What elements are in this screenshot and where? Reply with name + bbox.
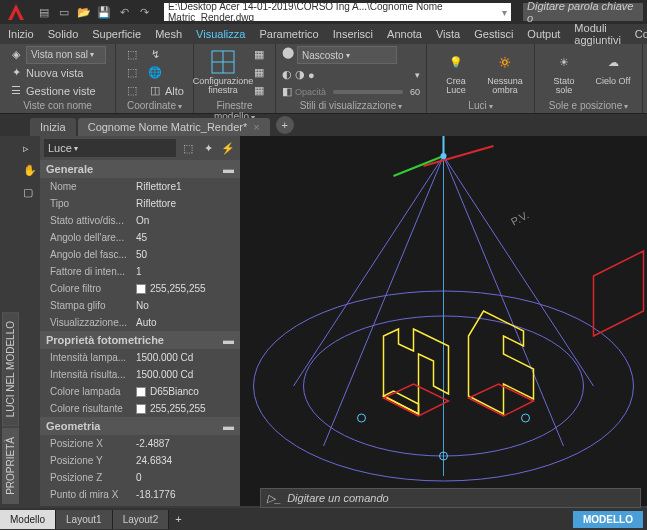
select-icon[interactable]: ✦	[200, 140, 216, 156]
menu-output[interactable]: Output	[527, 28, 560, 40]
app-logo[interactable]	[4, 0, 28, 24]
prop-section-header[interactable]: Proprietà fotometriche▬	[40, 331, 240, 349]
prop-row[interactable]: Punto di mira X-18.1776	[40, 486, 240, 503]
menu-solido[interactable]: Solido	[48, 28, 79, 40]
view-dropdown[interactable]: ◈Vista non sal	[6, 46, 109, 63]
redo-icon[interactable]: ↷	[136, 4, 152, 20]
new-view-button[interactable]: ✦Nuova vista	[6, 64, 109, 81]
viewport[interactable]: P.V.	[240, 136, 647, 506]
ucs-btn-5[interactable]: 🌐	[145, 64, 187, 81]
opacity-slider[interactable]	[333, 90, 403, 94]
ucs-btn-1[interactable]: ⬚	[122, 46, 142, 63]
manage-views-button[interactable]: ☰Gestione viste	[6, 82, 109, 99]
prop-row[interactable]: Posizione Z0	[40, 469, 240, 486]
globe-icon: 🌐	[148, 66, 162, 80]
config-window-button[interactable]: Configurazione finestra	[200, 46, 246, 97]
tab-model[interactable]: Modello	[0, 510, 56, 529]
svg-point-10	[358, 414, 366, 422]
prop-row[interactable]: Posizione X-2.4887	[40, 435, 240, 452]
prop-label: Posizione Y	[40, 455, 132, 466]
win-btn-2[interactable]: ▦	[249, 64, 269, 81]
top-button[interactable]: ◫Alto	[145, 82, 187, 99]
vtab-properties[interactable]: PROPRIETÀ	[2, 428, 19, 504]
prop-row[interactable]: NomeRiflettore1	[40, 178, 240, 195]
add-layout-button[interactable]: +	[169, 513, 187, 525]
ucs-btn-3[interactable]: ⬚	[122, 82, 142, 99]
style-dd-small[interactable]: ▾	[415, 70, 420, 80]
ribbon-group-sun: ☀ Stato sole ☁ Cielo Off Sole e posizion…	[535, 44, 643, 113]
tab-layout2[interactable]: Layout2	[113, 510, 170, 529]
menu-superficie[interactable]: Superficie	[92, 28, 141, 40]
menu-mesh[interactable]: Mesh	[155, 28, 182, 40]
prop-row[interactable]: Colore lampadaD65Bianco	[40, 383, 240, 400]
prop-row[interactable]: Colore risultante255,255,255	[40, 400, 240, 417]
menu-parametrico[interactable]: Parametrico	[259, 28, 318, 40]
prop-row[interactable]: Stato attivo/dis...On	[40, 212, 240, 229]
no-shadow-button[interactable]: 🔅 Nessuna ombra	[482, 46, 528, 97]
prop-section-header[interactable]: Generale▬	[40, 160, 240, 178]
sky-off-button[interactable]: ☁ Cielo Off	[590, 46, 636, 88]
menu-icon[interactable]: ▤	[36, 4, 52, 20]
ucs-icon: ⬚	[125, 84, 139, 98]
group-label[interactable]: Sole e posizione	[541, 99, 636, 111]
tab-layout1[interactable]: Layout1	[56, 510, 113, 529]
undo-icon[interactable]: ↶	[116, 4, 132, 20]
open-icon[interactable]: 📂	[76, 4, 92, 20]
menu-moduli[interactable]: Moduli aggiuntivi	[574, 22, 620, 46]
prop-row[interactable]: Fattore di inten...1	[40, 263, 240, 280]
prop-label: Intensità lampa...	[40, 352, 132, 363]
win-btn-1[interactable]: ▦	[249, 46, 269, 63]
new-tab-button[interactable]: +	[276, 116, 294, 134]
menu-annota[interactable]: Annota	[387, 28, 422, 40]
sphere-icon[interactable]: ◑	[295, 68, 305, 81]
prop-row[interactable]: Posizione Y24.6834	[40, 452, 240, 469]
menu-vista[interactable]: Vista	[436, 28, 460, 40]
cursor-icon[interactable]: ▹	[23, 142, 37, 156]
selection-dropdown[interactable]: Luce	[44, 139, 176, 157]
save-icon[interactable]: 💾	[96, 4, 112, 20]
menu-inizio[interactable]: Inizio	[8, 28, 34, 40]
search-input[interactable]: Digitare parola chiave o	[523, 3, 643, 21]
prop-row[interactable]: Colore filtro255,255,255	[40, 280, 240, 297]
new-icon[interactable]: ▭	[56, 4, 72, 20]
menu-visualizza[interactable]: Visualizza	[196, 28, 245, 40]
file-tab-document[interactable]: Cognome Nome Matric_Render*×	[78, 118, 270, 136]
prop-row[interactable]: Intensità risulta...1500.000 Cd	[40, 366, 240, 383]
menu-gestisci[interactable]: Gestisci	[474, 28, 513, 40]
hand-icon[interactable]: ✋	[23, 164, 37, 178]
close-icon[interactable]: ×	[253, 121, 259, 133]
sphere-icon[interactable]: ⬤	[282, 46, 294, 64]
file-tab-start[interactable]: Inizia	[30, 118, 76, 136]
prop-row[interactable]: TipoRiflettore	[40, 195, 240, 212]
chevron-down-icon[interactable]: ▾	[502, 7, 507, 18]
sun-state-button[interactable]: ☀ Stato sole	[541, 46, 587, 97]
ucs-btn-2[interactable]: ⬚	[122, 64, 142, 81]
prop-row[interactable]: Angolo del fasc...50	[40, 246, 240, 263]
group-label[interactable]: Stili di visualizzazione	[282, 99, 420, 111]
box-icon[interactable]: ▢	[23, 186, 37, 200]
menu-collabora[interactable]: Collabora	[635, 28, 647, 40]
prop-row[interactable]: Stampa glifoNo	[40, 297, 240, 314]
quick-icon[interactable]: ⚡	[220, 140, 236, 156]
group-label[interactable]: Luci	[433, 99, 528, 111]
create-light-button[interactable]: 💡 Crea Luce	[433, 46, 479, 97]
prop-row[interactable]: Intensità lampa...1500.000 Cd	[40, 349, 240, 366]
ribbon-group-modelwin: Configurazione finestra ▦ ▦ ▦ Finestre m…	[194, 44, 276, 113]
btn-label: Cielo Off	[596, 77, 631, 86]
model-badge[interactable]: MODELLO	[573, 511, 643, 528]
sphere-icon[interactable]: ◐	[282, 68, 292, 81]
group-label[interactable]: Coordinate	[122, 99, 187, 111]
vtab-lights[interactable]: LUCI NEL MODELLO	[2, 312, 19, 426]
prop-row[interactable]: Punto di mira Y4.1794	[40, 503, 240, 506]
visual-style-dropdown[interactable]: Nascosto	[297, 46, 397, 64]
prop-row[interactable]: Visualizzazione...Auto	[40, 314, 240, 331]
sphere-icon[interactable]: ●	[308, 69, 315, 81]
filter-icon[interactable]: ⬚	[180, 140, 196, 156]
lightbulb-icon: 💡	[442, 48, 470, 76]
menu-inserisci[interactable]: Inserisci	[333, 28, 373, 40]
ucs-btn-4[interactable]: ↯	[145, 46, 187, 63]
prop-section-header[interactable]: Geometria▬	[40, 417, 240, 435]
win-btn-3[interactable]: ▦	[249, 82, 269, 99]
prop-row[interactable]: Angolo dell'are...45	[40, 229, 240, 246]
command-line[interactable]: ▷_ Digitare un comando	[260, 488, 641, 508]
